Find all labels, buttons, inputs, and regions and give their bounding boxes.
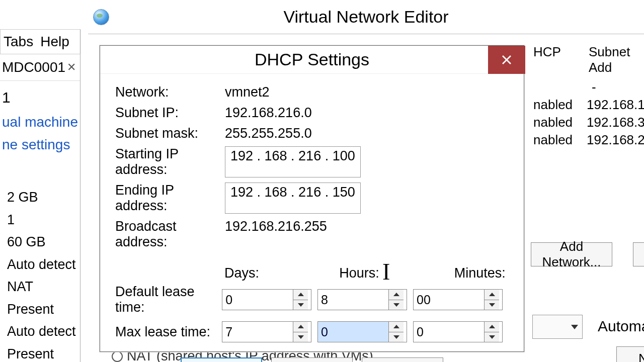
dialog-titlebar: DHCP Settings [100,46,524,74]
sidebar-big-number: 1 [0,81,80,111]
spin-down-icon[interactable] [293,332,308,342]
spin-up-icon[interactable] [389,322,404,332]
label-end-ip: Ending IP address: [115,183,225,214]
table-row[interactable]: - [528,78,644,96]
automatic-mode-combo[interactable] [532,315,583,339]
help-button[interactable]: Help [362,357,443,362]
sidebar: MDC0001 ✕ 1 ual machine ne settings 2 GB… [0,54,80,362]
max-hours-spinner[interactable] [317,321,407,342]
add-network-button[interactable]: Add Network... [531,242,612,266]
sidebar-tab[interactable]: MDC0001 ✕ [0,54,80,81]
spin-up-icon[interactable] [293,322,308,332]
label-subnet-ip: Subnet IP: [115,105,225,121]
label-broadcast: Broadcast address: [115,219,225,250]
col-dhcp: HCP [533,44,578,75]
remove-network-button[interactable]: Re [633,242,644,266]
label-max-lease: Max lease time: [115,324,222,340]
value-subnet-ip: 192.168.216.0 [225,105,312,121]
dhcp-settings-dialog: DHCP Settings Network: vmnet2 Subnet IP:… [100,45,524,352]
value-subnet-mask: 255.255.255.0 [225,126,312,141]
spin-up-icon[interactable] [485,290,499,300]
spin-up-icon[interactable] [389,290,404,300]
sidebar-tab-label: MDC0001 [2,59,65,75]
close-icon [502,55,512,65]
max-minutes-spinner[interactable] [413,321,503,342]
spin-down-icon[interactable] [389,332,404,342]
default-minutes-spinner[interactable] [413,289,503,310]
default-hours-spinner[interactable] [317,289,407,310]
default-days-spinner[interactable] [222,289,311,310]
label-minutes: Minutes: [454,265,509,281]
sidebar-val: 2 GB [7,186,80,209]
network-table: HCP Subnet Add - nabled 192.168.145 nabl… [528,44,644,149]
app-header: Virtual Network Editor [88,0,644,34]
start-ip-input[interactable]: 192 . 168 . 216 . 100 [225,146,361,177]
chevron-down-icon [571,325,578,329]
sidebar-val: Present [7,343,80,362]
sidebar-val: 60 GB [7,231,80,253]
max-minutes-input[interactable] [414,322,484,342]
sidebar-val: Present [7,298,80,321]
menu-tabs[interactable]: Tabs [4,34,33,50]
spin-up-icon[interactable] [485,322,499,332]
default-minutes-input[interactable] [414,290,484,310]
menu-help[interactable]: Help [40,34,69,50]
ok-button[interactable]: OK [181,357,262,362]
end-ip-input[interactable]: 192 . 168 . 216 . 150 [225,183,361,214]
max-days-spinner[interactable] [222,321,311,342]
label-network: Network: [115,84,225,100]
value-network: vmnet2 [225,84,270,100]
label-hours: Hours: [339,265,393,281]
label-days: Days: [224,265,279,281]
sidebar-link-vm[interactable]: ual machine [0,111,80,134]
close-icon[interactable]: ✕ [67,61,76,74]
default-days-input[interactable] [222,290,293,310]
automatic-label: Automati [598,318,644,335]
sidebar-val: 1 [7,209,80,231]
label-default-lease: Default lease time: [115,284,222,315]
max-days-input[interactable] [222,322,293,342]
spin-down-icon[interactable] [389,300,404,310]
spin-down-icon[interactable] [485,300,499,310]
value-broadcast: 192.168.216.255 [225,219,327,250]
dialog-close-button[interactable] [488,46,525,74]
label-subnet-mask: Subnet mask: [115,126,225,141]
cancel-button[interactable]: Cancel [271,357,353,362]
spin-up-icon[interactable] [293,290,308,300]
sidebar-val: Auto detect [7,253,80,276]
nat-settings-button[interactable]: NAT S [616,346,644,362]
spin-down-icon[interactable] [293,300,308,310]
sidebar-link-settings[interactable]: ne settings [0,134,80,156]
menubar: Tabs Help [0,29,80,54]
default-hours-input[interactable] [318,290,388,310]
spin-down-icon[interactable] [485,332,499,342]
col-subnet: Subnet Add [589,44,644,75]
dialog-title: DHCP Settings [255,50,369,69]
max-hours-input[interactable] [318,322,388,342]
table-row[interactable]: nabled 192.168.36. [528,114,644,131]
table-row[interactable]: nabled 192.168.145 [528,96,644,114]
label-start-ip: Starting IP address: [115,146,225,177]
app-title: Virtual Network Editor [88,7,644,27]
table-row[interactable]: nabled 192.168.216 [528,131,644,149]
sidebar-val: Auto detect [7,320,80,343]
sidebar-val: NAT [7,276,80,298]
